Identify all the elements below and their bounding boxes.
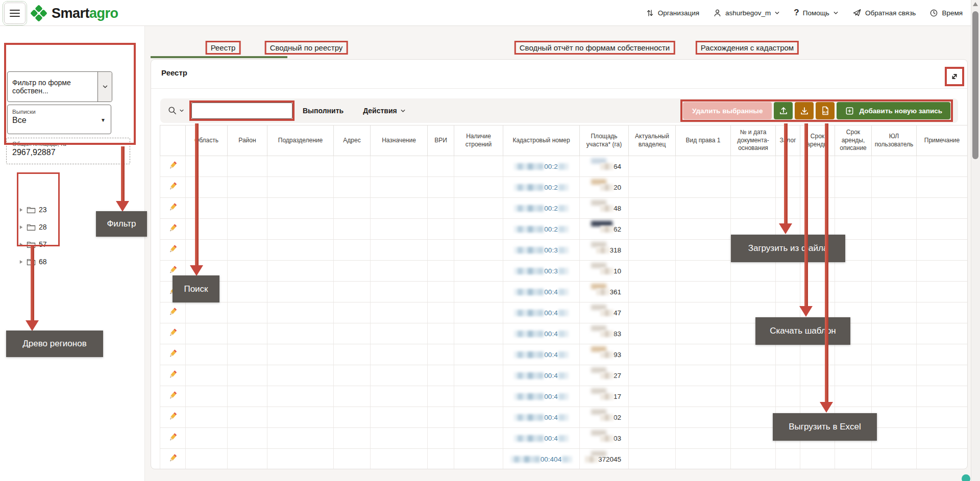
search-column-selector[interactable]: [167, 106, 184, 116]
sidebar: Фильтр по форме собствен... Выписки Все …: [0, 26, 145, 481]
empty-cell: [371, 428, 428, 449]
redacted-blur: [514, 331, 544, 337]
empty-cell: [731, 428, 776, 449]
active-tab-underline: [151, 56, 287, 58]
empty-cell: [428, 177, 454, 198]
empty-cell: [676, 156, 731, 177]
region-tree-item-28[interactable]: 28: [19, 218, 47, 236]
user-icon: [713, 9, 722, 17]
tab-2[interactable]: Сводный отчёт по формам собственности: [514, 41, 675, 55]
edit-cell: [160, 344, 186, 365]
delete-selected-button[interactable]: Удалить выбранные: [683, 102, 772, 119]
chat-widget-button[interactable]: [962, 474, 970, 481]
area-cell: 10: [580, 261, 629, 282]
edit-row-button[interactable]: [168, 391, 178, 400]
scrollbar-thumb[interactable]: [972, 11, 978, 159]
edit-row-button[interactable]: [168, 223, 178, 233]
table-row: 00:4361Нет: [160, 282, 968, 302]
redacted-blur: [514, 310, 544, 316]
cadastral-fragment: 00:2: [544, 184, 557, 191]
empty-cell: [776, 198, 800, 219]
caret-right-icon[interactable]: [19, 260, 23, 264]
region-tree-item-23[interactable]: 23: [19, 201, 47, 218]
empty-cell: [731, 365, 776, 386]
actions-menu-button[interactable]: Действия: [363, 107, 406, 115]
nav-item-Обратная связь[interactable]: Обратная связь: [852, 8, 916, 17]
nav-item-Помощь[interactable]: ?Помощь: [794, 8, 839, 18]
empty-cell: [186, 156, 228, 177]
tab-3[interactable]: Расхождения с кадастром: [696, 41, 799, 55]
sync-icon: [646, 9, 654, 17]
add-new-record-button[interactable]: Добавить новую запись: [837, 102, 950, 119]
caret-right-icon[interactable]: [19, 242, 23, 247]
edit-row-button[interactable]: [168, 453, 178, 463]
empty-cell: [776, 261, 800, 282]
edit-row-button[interactable]: [168, 202, 178, 212]
empty-cell: [917, 428, 968, 449]
vertical-scrollbar[interactable]: [971, 0, 980, 481]
table-row: 00:264Нет: [160, 156, 968, 177]
empty-cell: [917, 282, 968, 302]
empty-cell: [629, 323, 676, 344]
redacted-blur: [600, 205, 614, 212]
cadastral-number-cell: 00:2: [503, 156, 580, 177]
empty-cell: [428, 407, 454, 428]
tab-1[interactable]: Сводный по реестру: [265, 41, 348, 55]
cadastral-number-cell: 00:4: [503, 302, 580, 323]
empty-cell: [872, 407, 917, 428]
empty-cell: [776, 365, 800, 386]
nav-item-ashurbegov_m[interactable]: ashurbegov_m: [713, 9, 780, 17]
upload-from-file-button[interactable]: [774, 102, 793, 119]
empty-cell: [917, 302, 968, 323]
edit-row-button[interactable]: [168, 307, 178, 317]
folder-icon: [27, 258, 36, 266]
edit-row-button[interactable]: [168, 244, 178, 254]
caret-right-icon[interactable]: [19, 225, 23, 230]
redacted-blur: [596, 247, 609, 254]
export-excel-button[interactable]: XLS: [816, 102, 835, 119]
edit-row-button[interactable]: [168, 161, 178, 170]
empty-cell: [800, 219, 835, 240]
search-input[interactable]: [191, 103, 292, 119]
column-header: [160, 125, 186, 156]
ownership-filter-select[interactable]: Фильтр по форме собствен...: [7, 71, 112, 102]
table-row: 00:404372045Нет: [160, 449, 968, 469]
chevron-down-icon: [179, 108, 184, 113]
execute-button[interactable]: Выполнить: [303, 107, 344, 115]
empty-cell: [917, 344, 968, 365]
empty-cell: [454, 177, 503, 198]
nav-item-Организация[interactable]: Организация: [646, 9, 699, 17]
nav-item-label: Организация: [658, 9, 699, 17]
nav-item-label: Помощь: [803, 9, 829, 17]
hamburger-menu-button[interactable]: [4, 3, 26, 24]
edit-row-button[interactable]: [168, 265, 178, 275]
edit-row-button[interactable]: [168, 286, 178, 296]
tab-0[interactable]: Реестр: [206, 41, 241, 55]
column-header: № и дата документа-основания: [731, 125, 776, 156]
empty-cell: [334, 449, 371, 469]
maximize-button[interactable]: [949, 71, 960, 82]
empty-cell: [428, 302, 454, 323]
empty-cell: [835, 449, 872, 469]
edit-row-button[interactable]: [168, 182, 178, 191]
edit-row-button[interactable]: [168, 370, 178, 379]
download-template-button[interactable]: [795, 102, 814, 119]
dropdown-arrow-icon: ▼: [101, 117, 106, 123]
nav-item-Время[interactable]: Время: [929, 9, 963, 17]
region-tree-item-57[interactable]: 57: [19, 236, 47, 253]
empty-cell: [629, 344, 676, 365]
extracts-select[interactable]: Выписки Все ▼: [7, 105, 111, 134]
empty-cell: [267, 240, 334, 261]
scrollbar-up-arrow[interactable]: [973, 2, 978, 6]
caret-right-icon[interactable]: [19, 208, 23, 212]
edit-row-button[interactable]: [168, 412, 178, 421]
empty-cell: [334, 302, 371, 323]
ownership-filter-expand-button[interactable]: [97, 72, 112, 102]
edit-row-button[interactable]: [168, 328, 178, 338]
region-tree-item-68[interactable]: 68: [19, 253, 47, 270]
edit-cell: [160, 156, 186, 177]
empty-cell: [267, 198, 334, 219]
edit-cell: [160, 323, 186, 344]
edit-row-button[interactable]: [168, 433, 178, 442]
edit-row-button[interactable]: [168, 349, 178, 359]
